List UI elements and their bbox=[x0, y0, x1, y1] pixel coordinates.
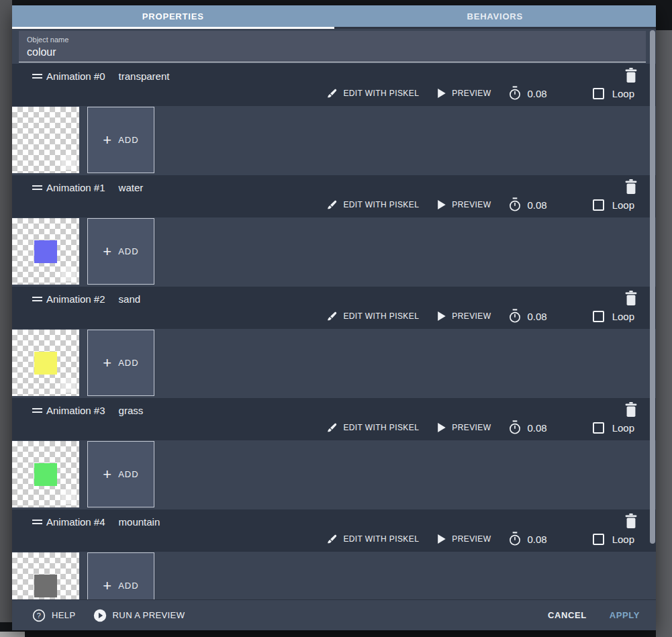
add-frame-button[interactable]: + ADD bbox=[87, 441, 154, 507]
loop-checkbox[interactable] bbox=[593, 422, 604, 434]
frame-color-square bbox=[34, 352, 57, 375]
frame-color-square bbox=[34, 463, 57, 486]
animation-name-field[interactable]: grass bbox=[119, 405, 144, 416]
frame-thumbnail[interactable] bbox=[12, 218, 79, 285]
add-frame-button[interactable]: + ADD bbox=[87, 107, 154, 173]
time-between-frames-control[interactable]: 0.08 bbox=[508, 309, 546, 324]
loop-control[interactable]: Loop bbox=[593, 422, 634, 434]
trash-icon bbox=[624, 68, 638, 84]
play-icon bbox=[436, 311, 446, 322]
loop-checkbox[interactable] bbox=[593, 88, 604, 99]
stopwatch-icon bbox=[508, 532, 522, 546]
animation-controls: EDIT WITH PISKEL PREVIEW bbox=[326, 86, 634, 101]
animation-header: Animation #1 water bbox=[12, 175, 656, 217]
preview-label: PREVIEW bbox=[452, 311, 491, 321]
loop-label: Loop bbox=[612, 88, 634, 99]
time-between-frames-control[interactable]: 0.08 bbox=[508, 532, 546, 546]
add-frame-button[interactable]: + ADD bbox=[87, 552, 154, 599]
delete-animation-button[interactable] bbox=[624, 513, 638, 530]
animation-name-field[interactable]: sand bbox=[119, 293, 141, 305]
animation-frames-row: + ADD bbox=[12, 217, 656, 285]
edit-with-piskel-label: EDIT WITH PISKEL bbox=[343, 89, 419, 98]
drag-handle-icon[interactable] bbox=[32, 183, 42, 192]
time-between-frames-control[interactable]: 0.08 bbox=[508, 420, 546, 435]
time-between-frames-value[interactable]: 0.08 bbox=[527, 422, 546, 434]
loop-checkbox[interactable] bbox=[593, 199, 604, 211]
preview-button[interactable]: PREVIEW bbox=[436, 311, 491, 322]
edit-with-piskel-label: EDIT WITH PISKEL bbox=[343, 423, 419, 432]
drag-handle-icon[interactable] bbox=[32, 518, 42, 526]
loop-label: Loop bbox=[612, 311, 634, 322]
edit-with-piskel-button[interactable]: EDIT WITH PISKEL bbox=[326, 199, 419, 211]
play-icon bbox=[436, 199, 446, 210]
frame-color-square bbox=[34, 240, 57, 263]
loop-label: Loop bbox=[612, 534, 634, 545]
frame-corner-badge bbox=[61, 266, 76, 281]
animation-name-field[interactable]: water bbox=[119, 182, 144, 193]
animation-name-field[interactable]: mountain bbox=[119, 516, 160, 528]
preview-button[interactable]: PREVIEW bbox=[436, 422, 491, 433]
loop-checkbox[interactable] bbox=[593, 534, 604, 545]
time-between-frames-value[interactable]: 0.08 bbox=[527, 199, 546, 211]
loop-label: Loop bbox=[612, 199, 634, 211]
dialog-scrollbar-thumb[interactable] bbox=[650, 30, 655, 544]
time-between-frames-control[interactable]: 0.08 bbox=[508, 86, 546, 101]
animation-number: Animation #0 bbox=[46, 70, 105, 82]
animation-frames-row: + ADD bbox=[12, 106, 656, 174]
loop-control[interactable]: Loop bbox=[593, 199, 634, 211]
stopwatch-icon bbox=[508, 420, 522, 435]
run-preview-button[interactable]: RUN A PREVIEW bbox=[93, 609, 185, 622]
add-frame-button[interactable]: + ADD bbox=[87, 330, 154, 396]
play-icon bbox=[436, 534, 446, 544]
animation-title-row: Animation #0 transparent bbox=[32, 70, 646, 82]
time-between-frames-value[interactable]: 0.08 bbox=[527, 311, 546, 322]
tab-behaviors[interactable]: BEHAVIORS bbox=[334, 5, 657, 27]
help-button[interactable]: ? HELP bbox=[32, 609, 76, 622]
drag-handle-icon[interactable] bbox=[32, 72, 42, 81]
add-frame-button[interactable]: + ADD bbox=[87, 218, 154, 285]
edit-with-piskel-button[interactable]: EDIT WITH PISKEL bbox=[326, 422, 419, 434]
delete-animation-button[interactable] bbox=[624, 402, 638, 418]
frame-corner-badge bbox=[61, 155, 76, 170]
animation-section: Animation #0 transparent bbox=[12, 64, 656, 174]
brush-icon bbox=[326, 88, 338, 99]
time-between-frames-value[interactable]: 0.08 bbox=[527, 534, 546, 545]
frame-thumbnail[interactable] bbox=[12, 552, 79, 599]
animation-name-field[interactable]: transparent bbox=[119, 70, 170, 82]
trash-icon bbox=[624, 513, 638, 530]
edit-with-piskel-button[interactable]: EDIT WITH PISKEL bbox=[326, 311, 419, 322]
preview-label: PREVIEW bbox=[452, 423, 491, 432]
time-between-frames-control[interactable]: 0.08 bbox=[508, 197, 546, 212]
loop-checkbox[interactable] bbox=[593, 311, 604, 322]
frame-thumbnail[interactable] bbox=[12, 330, 79, 396]
loop-control[interactable]: Loop bbox=[593, 534, 634, 545]
drag-handle-icon[interactable] bbox=[32, 406, 42, 415]
preview-button[interactable]: PREVIEW bbox=[436, 88, 491, 99]
preview-button[interactable]: PREVIEW bbox=[436, 199, 491, 210]
delete-animation-button[interactable] bbox=[624, 291, 638, 307]
loop-control[interactable]: Loop bbox=[593, 88, 634, 99]
cancel-button[interactable]: CANCEL bbox=[548, 610, 587, 620]
preview-label: PREVIEW bbox=[452, 534, 491, 544]
edit-with-piskel-button[interactable]: EDIT WITH PISKEL bbox=[326, 88, 419, 99]
apply-button[interactable]: APPLY bbox=[610, 610, 640, 620]
frame-thumbnail[interactable] bbox=[12, 441, 79, 507]
edit-with-piskel-button[interactable]: EDIT WITH PISKEL bbox=[326, 534, 419, 545]
time-between-frames-value[interactable]: 0.08 bbox=[527, 88, 546, 99]
play-icon bbox=[436, 422, 446, 433]
background-left-strip bbox=[0, 0, 12, 622]
delete-animation-button[interactable] bbox=[624, 68, 638, 84]
brush-icon bbox=[326, 311, 338, 322]
object-name-field[interactable]: Object name colour bbox=[19, 31, 646, 62]
frame-thumbnail[interactable] bbox=[12, 107, 79, 173]
trash-icon bbox=[624, 179, 638, 195]
tab-properties[interactable]: PROPERTIES bbox=[12, 5, 334, 27]
edit-with-piskel-label: EDIT WITH PISKEL bbox=[343, 200, 419, 209]
loop-control[interactable]: Loop bbox=[593, 311, 634, 322]
drag-handle-icon[interactable] bbox=[32, 295, 42, 303]
preview-button[interactable]: PREVIEW bbox=[436, 534, 491, 544]
add-frame-label: ADD bbox=[118, 581, 138, 591]
object-name-value[interactable]: colour bbox=[27, 46, 638, 58]
delete-animation-button[interactable] bbox=[624, 179, 638, 195]
svg-text:?: ? bbox=[37, 611, 41, 619]
